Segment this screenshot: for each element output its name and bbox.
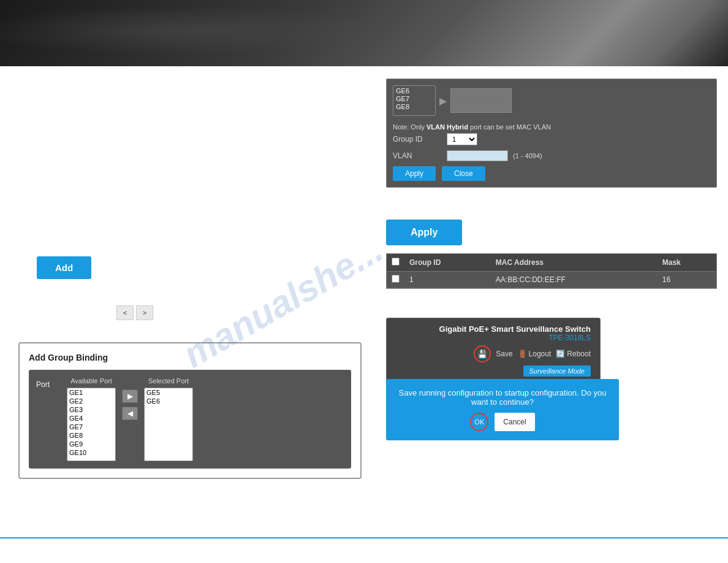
selected-port-header: Selected Port: [148, 377, 189, 385]
vlan-range: (1 - 4094): [513, 152, 542, 159]
reboot-icon: 🔄: [556, 350, 565, 358]
cancel-button[interactable]: Cancel: [495, 413, 534, 431]
note-text: Note: Only VLAN Hybrid port can be set M…: [393, 121, 710, 133]
footer-line: [0, 537, 728, 538]
save-action[interactable]: Save: [496, 350, 512, 358]
dialog-buttons: Apply Close: [393, 166, 710, 181]
move-left-button[interactable]: ◀: [122, 407, 138, 420]
row-group-id: 1: [404, 272, 491, 288]
ok-button[interactable]: OK: [470, 413, 488, 431]
group-id-row: Group ID 1 2: [393, 133, 710, 145]
port-select-area: GE6 GE7 GE8 ▶: [393, 85, 512, 116]
row-mac-address: AA:BB:CC:DD:EE:FF: [491, 272, 658, 288]
device-title: Gigabit PoE+ Smart Surveillance Switch: [396, 324, 591, 334]
vlan-input[interactable]: [447, 150, 508, 161]
selected-port-display: [450, 88, 512, 113]
arrow-right-icon: ▶: [439, 95, 447, 107]
select-all-checkbox[interactable]: [392, 258, 400, 266]
reboot-label: Reboot: [567, 350, 591, 358]
note-label: Note: Only: [393, 123, 427, 131]
logout-label: Logout: [529, 350, 552, 358]
add-group-binding-title: Add Group Binding: [29, 353, 351, 362]
device-actions: 💾 Save 🚪 Logout 🔄 Reboot: [396, 345, 591, 362]
available-port-header: Available Port: [70, 377, 112, 385]
selected-port-list[interactable]: GE5 GE6: [144, 388, 193, 461]
prev-page-button[interactable]: <: [116, 305, 134, 320]
add-group-binding-panel: Add Group Binding Port Available Port GE…: [18, 342, 362, 479]
save-circle: 💾: [474, 345, 491, 362]
reboot-action[interactable]: 🔄 Reboot: [556, 350, 591, 358]
surveillance-mode-button[interactable]: Surveillance Mode: [523, 366, 591, 377]
device-model: TPE-3018LS: [396, 334, 591, 342]
port-select-row: GE6 GE7 GE8 ▶: [393, 85, 710, 116]
vlan-row: VLAN (1 - 4094): [393, 150, 710, 161]
logout-action[interactable]: 🚪 Logout: [518, 350, 552, 358]
vlan-dialog: GE6 GE7 GE8 ▶ Note: Only VLAN Hybrid por…: [386, 79, 717, 188]
available-port-container: Available Port GE1 GE2 GE3 GE4 GE7 GE8 G…: [67, 377, 116, 461]
mac-vlan-table: Group ID MAC Address Mask 1 AA:BB:CC:DD:…: [386, 253, 717, 289]
next-page-button[interactable]: >: [136, 305, 153, 320]
logout-icon: 🚪: [518, 350, 527, 358]
save-icon: 💾: [477, 350, 487, 359]
group-binding-inner: Port Available Port GE1 GE2 GE3 GE4 GE7 …: [29, 370, 351, 469]
port-row: Port Available Port GE1 GE2 GE3 GE4 GE7 …: [36, 377, 344, 461]
port-label: Port: [36, 377, 61, 389]
save-confirm-dialog: Save running configuration to startup co…: [386, 379, 619, 440]
header-banner: [0, 0, 728, 66]
save-confirm-buttons: OK Cancel: [395, 413, 610, 431]
available-port-list[interactable]: GE1 GE2 GE3 GE4 GE7 GE8 GE9 GE10: [67, 388, 116, 461]
pagination: < >: [116, 305, 153, 320]
save-confirm-text: Save running configuration to startup co…: [395, 388, 610, 407]
dialog-close-button[interactable]: Close: [442, 166, 485, 181]
port-select-list[interactable]: GE6 GE7 GE8: [393, 85, 436, 116]
table-row: 1 AA:BB:CC:DD:EE:FF 16: [387, 272, 716, 288]
note-suffix: port can be set MAC VLAN: [468, 123, 551, 131]
apply-large-button[interactable]: Apply: [386, 220, 462, 245]
note-highlight: VLAN Hybrid: [427, 123, 468, 131]
col-mac-address: MAC Address: [491, 254, 658, 272]
col-checkbox: [387, 254, 404, 272]
dialog-apply-button[interactable]: Apply: [393, 166, 436, 181]
main-content: Add < > Add Group Binding Port Available…: [0, 66, 728, 91]
group-id-label: Group ID: [393, 135, 442, 144]
row-checkbox[interactable]: [392, 275, 400, 283]
col-mask: Mask: [658, 254, 716, 272]
device-info-panel: Gigabit PoE+ Smart Surveillance Switch T…: [386, 318, 601, 383]
row-mask: 16: [658, 272, 716, 288]
row-checkbox-cell: [387, 272, 404, 288]
vlan-label: VLAN: [393, 151, 442, 160]
add-button[interactable]: Add: [37, 256, 91, 279]
selected-port-container: Selected Port GE5 GE6: [144, 377, 193, 461]
group-id-select[interactable]: 1 2: [447, 133, 477, 145]
col-group-id: Group ID: [404, 254, 491, 272]
port-arrow-buttons: ▶ ◀: [122, 377, 138, 420]
move-right-button[interactable]: ▶: [122, 389, 138, 403]
